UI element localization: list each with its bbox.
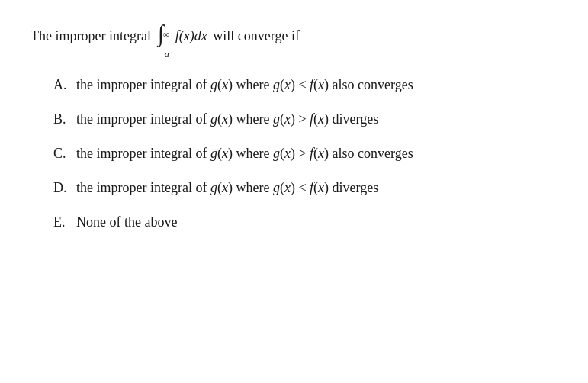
option-a-text: the improper integral of g(x) where g(x)… <box>76 75 557 95</box>
option-c-label: C. <box>53 143 76 164</box>
integral-expression: ∫ ∞ a f(x)dx <box>158 23 207 58</box>
question-header: The improper integral ∫ ∞ a f(x)dx will … <box>31 23 557 58</box>
option-c-text: the improper integral of g(x) where g(x)… <box>76 143 557 164</box>
integral-lower-limit: a <box>165 47 172 61</box>
option-d-label: D. <box>53 178 76 198</box>
integral-upper-limit: ∞ <box>163 27 170 41</box>
option-d: D. the improper integral of g(x) where g… <box>53 178 557 198</box>
option-e: E. None of the above <box>53 212 557 233</box>
options-list: A. the improper integral of g(x) where g… <box>53 75 557 233</box>
option-a-label: A. <box>53 75 76 95</box>
option-d-text: the improper integral of g(x) where g(x)… <box>76 178 557 198</box>
option-e-label: E. <box>53 212 76 233</box>
question-container: The improper integral ∫ ∞ a f(x)dx will … <box>31 23 557 233</box>
option-b-text: the improper integral of g(x) where g(x)… <box>76 109 557 130</box>
integral-limits: ∞ a <box>165 31 172 58</box>
question-prefix: The improper integral <box>31 26 151 47</box>
question-suffix: will converge if <box>210 26 300 47</box>
option-b-label: B. <box>53 109 76 130</box>
option-b: B. the improper integral of g(x) where g… <box>53 109 557 130</box>
option-e-text: None of the above <box>76 212 557 233</box>
option-c: C. the improper integral of g(x) where g… <box>53 143 557 164</box>
option-a: A. the improper integral of g(x) where g… <box>53 75 557 95</box>
integrand: f(x)dx <box>172 26 207 47</box>
